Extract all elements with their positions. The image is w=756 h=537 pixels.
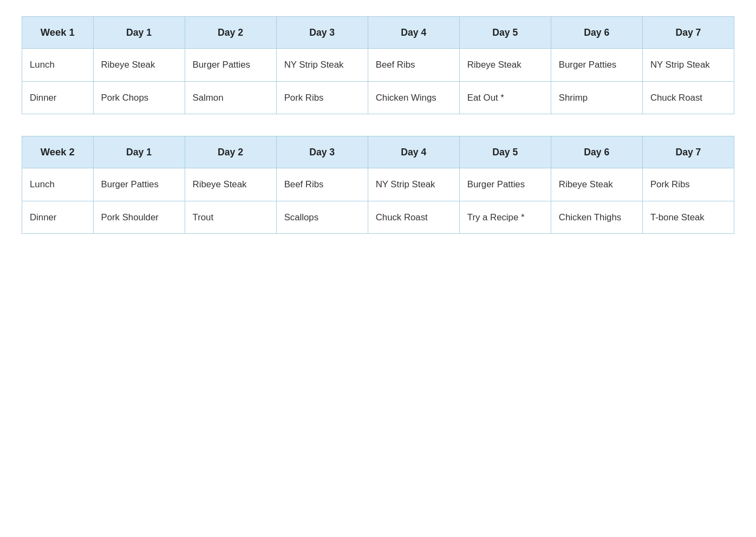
week1-lunch-day4-cell: Beef Ribs — [368, 49, 459, 82]
week1-dinner-day1-cell: Pork Chops — [93, 81, 185, 114]
week1-day-2-header: Day 2 — [185, 17, 276, 49]
week2-day-5-header: Day 5 — [459, 136, 551, 168]
week1-row-dinner: DinnerPork ChopsSalmonPork RibsChicken W… — [22, 81, 734, 114]
meal-plan-container: Week 1Day 1Day 2Day 3Day 4Day 5Day 6Day … — [22, 16, 734, 234]
week1-day-7-header: Day 7 — [642, 17, 734, 49]
week1-day-1-header: Day 1 — [93, 17, 185, 49]
week1-dinner-day3-cell: Pork Ribs — [276, 81, 368, 114]
week2-dinner-day5-cell: Try a Recipe * — [459, 201, 551, 234]
week2-lunch-day4-cell: NY Strip Steak — [368, 168, 459, 201]
week2-lunch-day5-cell: Burger Patties — [459, 168, 551, 201]
week1-dinner-day5-cell: Eat Out * — [459, 81, 551, 114]
week1-lunch-day7-cell: NY Strip Steak — [642, 49, 734, 82]
week2-day-4-header: Day 4 — [368, 136, 459, 168]
week1-lunch-day6-cell: Burger Patties — [551, 49, 642, 82]
week1-dinner-day2-cell: Salmon — [185, 81, 276, 114]
week2-dinner-day3-cell: Scallops — [276, 201, 368, 234]
week2-lunch-day3-cell: Beef Ribs — [276, 168, 368, 201]
week2-dinner-day7-cell: T-bone Steak — [642, 201, 734, 234]
week2-week-label: Week 2 — [22, 136, 94, 168]
week1-row-lunch: LunchRibeye SteakBurger PattiesNY Strip … — [22, 49, 734, 82]
table-week2: Week 2Day 1Day 2Day 3Day 4Day 5Day 6Day … — [22, 136, 734, 234]
week1-day-3-header: Day 3 — [276, 17, 368, 49]
week2-dinner-day4-cell: Chuck Roast — [368, 201, 459, 234]
week2-lunch-day2-cell: Ribeye Steak — [185, 168, 276, 201]
week2-row-lunch: LunchBurger PattiesRibeye SteakBeef Ribs… — [22, 168, 734, 201]
week1-lunch-day5-cell: Ribeye Steak — [459, 49, 551, 82]
week1-dinner-day7-cell: Chuck Roast — [642, 81, 734, 114]
week2-day-2-header: Day 2 — [185, 136, 276, 168]
week2-row-dinner: DinnerPork ShoulderTroutScallopsChuck Ro… — [22, 201, 734, 234]
week1-dinner-day6-cell: Shrimp — [551, 81, 642, 114]
table-week1: Week 1Day 1Day 2Day 3Day 4Day 5Day 6Day … — [22, 16, 734, 114]
week2-dinner-day1-cell: Pork Shoulder — [93, 201, 185, 234]
week2-day-1-header: Day 1 — [93, 136, 185, 168]
week2-day-3-header: Day 3 — [276, 136, 368, 168]
week2-lunch-day6-cell: Ribeye Steak — [551, 168, 642, 201]
week2-lunch-label: Lunch — [22, 168, 94, 201]
week2-lunch-day1-cell: Burger Patties — [93, 168, 185, 201]
week1-dinner-label: Dinner — [22, 81, 94, 114]
week1-day-5-header: Day 5 — [459, 17, 551, 49]
week1-dinner-day4-cell: Chicken Wings — [368, 81, 459, 114]
week1-lunch-day1-cell: Ribeye Steak — [93, 49, 185, 82]
week1-week-label: Week 1 — [22, 17, 94, 49]
week2-dinner-day2-cell: Trout — [185, 201, 276, 234]
week2-lunch-day7-cell: Pork Ribs — [642, 168, 734, 201]
week2-dinner-label: Dinner — [22, 201, 94, 234]
week1-day-6-header: Day 6 — [551, 17, 642, 49]
week2-dinner-day6-cell: Chicken Thighs — [551, 201, 642, 234]
week2-day-7-header: Day 7 — [642, 136, 734, 168]
week1-lunch-day3-cell: NY Strip Steak — [276, 49, 368, 82]
week1-lunch-label: Lunch — [22, 49, 94, 82]
week2-day-6-header: Day 6 — [551, 136, 642, 168]
week1-day-4-header: Day 4 — [368, 17, 459, 49]
week1-lunch-day2-cell: Burger Patties — [185, 49, 276, 82]
